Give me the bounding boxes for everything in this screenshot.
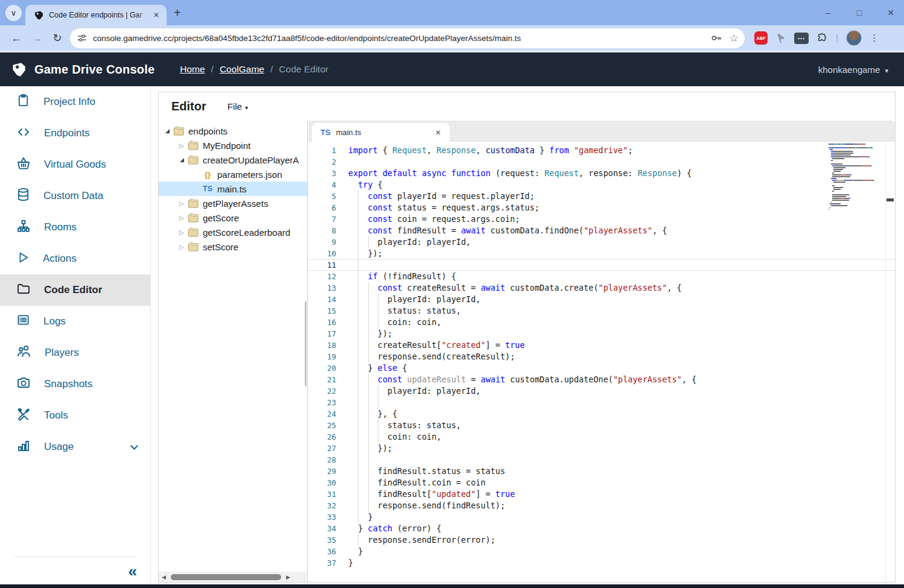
sidebar-item-virtual-goods[interactable]: Virtual Goods (0, 149, 150, 180)
sidebar-item-usage[interactable]: Usage (0, 431, 150, 463)
code-line-13[interactable]: 13 const createResult = await customData… (308, 282, 895, 294)
editor-tab-maints[interactable]: TS main.ts ✕ (312, 123, 450, 142)
tab-search-button[interactable]: ∨ (5, 5, 22, 21)
breadcrumb-project[interactable]: CoolGame (220, 64, 264, 75)
back-button[interactable]: ← (6, 28, 27, 48)
tree-item-setscore[interactable]: ▷setScore (159, 239, 307, 254)
tree-item-getplayerassets[interactable]: ▷getPlayerAssets (159, 196, 307, 210)
tab-close-icon[interactable]: ✕ (151, 10, 162, 21)
code-line-7[interactable]: 7 const coin = request.args.coin; (308, 213, 895, 225)
code-line-34[interactable]: 34 } catch (error) { (308, 523, 895, 534)
tree-expand-icon[interactable]: ▷ (177, 200, 186, 207)
tree-item-parameters-json[interactable]: {}parameters.json (159, 167, 307, 182)
brand[interactable]: Game Drive Console (11, 62, 154, 78)
tree-item-createorupdateplayera[interactable]: createOrUpdatePlayerA (159, 153, 307, 167)
sidebar-item-code-editor[interactable]: Code Editor (0, 274, 150, 306)
tree-item-getscoreleaderboard[interactable]: ▷getScoreLeaderboard (159, 225, 307, 239)
code-line-19[interactable]: 19 response.send(createResult); (308, 351, 895, 362)
site-settings-icon[interactable] (77, 33, 87, 43)
tree-item-myendpoint[interactable]: ▷MyEndpoint (159, 138, 307, 153)
browser-menu-icon[interactable]: ⋮ (870, 33, 879, 43)
breadcrumb-home[interactable]: Home (180, 64, 205, 75)
tree-expand-icon[interactable]: ▷ (177, 215, 186, 221)
sidebar-item-logs[interactable]: Logs (0, 306, 150, 337)
code-line-18[interactable]: 18 createResult["created"] = true (308, 340, 895, 351)
code-line-36[interactable]: 36 } (308, 546, 895, 557)
code-line-26[interactable]: 26 coin: coin, (308, 431, 895, 443)
code-line-4[interactable]: 4 try { (308, 179, 895, 191)
code-line-21[interactable]: 21 const updateResult = await customData… (308, 374, 895, 385)
code-line-20[interactable]: 20 } else { (308, 362, 895, 374)
adblock-extension-icon[interactable]: ABP (754, 31, 768, 45)
extensions-puzzle-icon[interactable] (816, 33, 828, 44)
url-text[interactable]: console.gamedrive.cc/projects/68a045fbde… (93, 34, 703, 43)
tree-expand-icon[interactable]: ▷ (177, 142, 186, 149)
overview-ruler[interactable] (885, 142, 895, 582)
sidebar-item-tools[interactable]: Tools (0, 400, 150, 431)
user-menu[interactable]: khonkaengame ▾ (818, 65, 888, 75)
code-line-24[interactable]: 24 }, { (308, 408, 895, 420)
code-line-33[interactable]: 33 } (308, 511, 895, 523)
sidebar-item-snapshots[interactable]: Snapshots (0, 368, 150, 400)
tree-vertical-scrollbar[interactable] (305, 302, 307, 386)
sidebar-collapse-icon[interactable]: « (129, 562, 137, 581)
code-line-5[interactable]: 5 const playerId = request.playerId; (308, 191, 895, 202)
tree-item-main-ts[interactable]: TSmain.ts (159, 182, 307, 196)
code-line-12[interactable]: 12 if (!findResult) { (308, 271, 895, 282)
file-menu-button[interactable]: File▾ (228, 101, 248, 112)
code-line-22[interactable]: 22 playerId: playerId, (308, 385, 895, 397)
code-line-15[interactable]: 15 status: status, (308, 305, 895, 317)
code-line-2[interactable]: 2 (308, 156, 895, 168)
reload-button[interactable]: ↻ (47, 28, 68, 48)
window-minimize-button[interactable]: – (815, 0, 841, 25)
scroll-left-icon[interactable]: ◀ (159, 574, 169, 580)
code-line-23[interactable]: 23 (308, 397, 895, 408)
password-key-icon[interactable] (710, 32, 722, 44)
code-line-8[interactable]: 8 const findResult = await customData.fi… (308, 225, 895, 236)
tree-expand-icon[interactable]: ▷ (177, 229, 186, 236)
tree-horizontal-scrollbar[interactable]: ◀ ▶ (159, 572, 307, 582)
code-line-32[interactable]: 32 response.send(findResult); (308, 500, 895, 511)
code-line-9[interactable]: 9 playerId: playerId, (308, 236, 895, 248)
code-line-30[interactable]: 30 findResult.coin = coin (308, 477, 895, 488)
tree-item-endpoints[interactable]: endpoints (159, 124, 307, 138)
code-line-27[interactable]: 27 }); (308, 443, 895, 454)
sidebar-item-project-info[interactable]: Project Info (0, 86, 150, 118)
code-line-10[interactable]: 10 }); (308, 248, 895, 259)
code-line-16[interactable]: 16 coin: coin, (308, 317, 895, 328)
scrollbar-thumb[interactable] (171, 574, 281, 580)
code-line-14[interactable]: 14 playerId: playerId, (308, 294, 895, 305)
code-line-3[interactable]: 3export default async function (request:… (308, 168, 895, 179)
new-tab-button[interactable]: + (174, 6, 181, 20)
address-bar[interactable]: console.gamedrive.cc/projects/68a045fbde… (70, 28, 745, 48)
code-line-31[interactable]: 31 findResult["updated"] = true (308, 488, 895, 500)
window-close-button[interactable]: ✕ (877, 0, 904, 25)
code-line-37[interactable]: 37} (308, 557, 895, 569)
sidebar-item-players[interactable]: Players (0, 337, 150, 368)
code-line-29[interactable]: 29 findResult.status = status (308, 466, 895, 477)
profile-avatar[interactable] (846, 30, 862, 46)
browser-tab[interactable]: Code Editor endpoints | GameD ✕ (25, 5, 167, 25)
forward-button[interactable]: → (27, 28, 47, 48)
minimap[interactable] (829, 144, 882, 210)
window-maximize-button[interactable]: □ (846, 0, 873, 25)
tab-close-icon[interactable]: ✕ (433, 127, 444, 138)
tree-item-getscore[interactable]: ▷getScore (159, 210, 307, 225)
sidebar-item-rooms[interactable]: Rooms (0, 212, 150, 243)
tree-expand-icon[interactable]: ▷ (177, 244, 186, 250)
code-line-28[interactable]: 28 (308, 454, 895, 466)
arrow-extension-icon[interactable] (775, 33, 786, 43)
sidebar-item-custom-data[interactable]: Custom Data (0, 180, 150, 212)
code-line-6[interactable]: 6 const status = request.args.status; (308, 202, 895, 213)
code-line-35[interactable]: 35 response.sendError(error); (308, 534, 895, 546)
tree-collapse-icon[interactable] (162, 129, 172, 133)
sidebar-item-actions[interactable]: Actions (0, 243, 150, 274)
code-line-25[interactable]: 25 status: status, (308, 420, 895, 431)
sidebar-item-endpoints[interactable]: Endpoints (0, 118, 150, 149)
tree-collapse-icon[interactable] (177, 158, 186, 162)
bookmark-star-icon[interactable]: ☆ (730, 32, 739, 45)
code-line-11[interactable]: 11 (308, 259, 895, 271)
dots-extension-icon[interactable]: ••• (794, 33, 809, 44)
code-line-1[interactable]: 1import { Request, Response, customData … (308, 145, 895, 156)
scroll-right-icon[interactable]: ▶ (283, 574, 293, 580)
